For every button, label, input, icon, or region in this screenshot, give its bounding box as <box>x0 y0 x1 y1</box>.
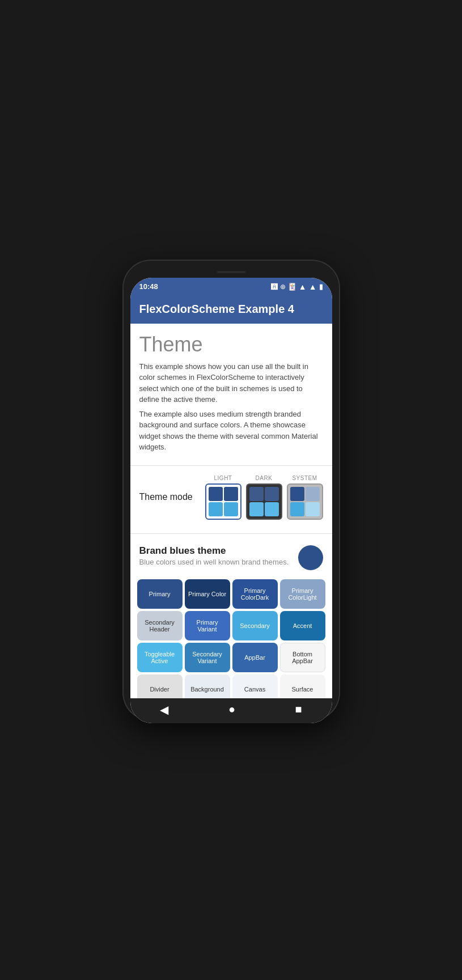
theme-description-2: The example also uses medium strength br… <box>139 409 323 453</box>
sys-cell-3 <box>290 502 304 516</box>
chip-bottom-appbar[interactable]: Bottom AppBar <box>280 643 325 672</box>
phone-screen: 10:48 🅰 ⊕ 🃏 ▲ ▲ ▮ FlexColorScheme Exampl… <box>130 278 332 723</box>
chip-background[interactable]: Background <box>185 674 230 698</box>
recents-nav-icon[interactable]: ■ <box>295 703 302 716</box>
wifi-icon: ▲ <box>299 282 307 291</box>
brand-circle[interactable] <box>298 545 323 570</box>
notification-icon-1: 🅰 <box>271 283 278 291</box>
sys-cell-1 <box>290 487 304 501</box>
status-icons: 🅰 ⊕ 🃏 ▲ ▲ ▮ <box>271 282 323 291</box>
brand-subtitle: Blue colors used in well known brand the… <box>139 558 289 566</box>
brand-section: Brand blues theme Blue colors used in we… <box>130 538 332 577</box>
light-cell-4 <box>224 502 238 516</box>
chip-secondary[interactable]: Secondary <box>232 611 278 640</box>
theme-mode-options: LIGHT DARK <box>205 475 323 520</box>
dark-cell-4 <box>265 502 279 516</box>
home-nav-icon[interactable]: ● <box>228 703 235 716</box>
light-cell-3 <box>209 502 223 516</box>
dark-label: DARK <box>256 475 273 481</box>
back-nav-icon[interactable]: ◀ <box>160 703 168 716</box>
divider-1 <box>130 465 332 466</box>
chip-primary-color[interactable]: Primary Color <box>185 579 230 609</box>
speaker-bar <box>217 271 245 273</box>
light-label: LIGHT <box>214 475 232 481</box>
chip-surface[interactable]: Surface <box>280 674 325 698</box>
light-cell-2 <box>224 487 238 501</box>
theme-option-system[interactable]: SYSTEM <box>287 475 323 520</box>
brand-text: Brand blues theme Blue colors used in we… <box>139 545 289 566</box>
theme-mode-row: Theme mode LIGHT <box>139 475 323 520</box>
theme-description-1: This example shows how you can use all t… <box>139 361 323 405</box>
theme-intro-section: Theme This example shows how you can use… <box>130 324 332 461</box>
dark-cell-1 <box>249 487 264 501</box>
chip-canvas[interactable]: Canvas <box>232 674 278 698</box>
chip-divider[interactable]: Divider <box>137 674 183 698</box>
theme-mode-label: Theme mode <box>139 492 198 502</box>
chip-primary-color-dark[interactable]: Primary ColorDark <box>232 579 278 609</box>
sys-cell-4 <box>306 502 320 516</box>
battery-icon: ▮ <box>319 282 323 291</box>
notification-icon-3: 🃏 <box>288 283 296 291</box>
theme-title: Theme <box>139 333 323 357</box>
light-cell-1 <box>209 487 223 501</box>
app-bar-title: FlexColorScheme Example 4 <box>139 303 294 315</box>
scroll-content[interactable]: Theme This example shows how you can use… <box>130 324 332 698</box>
system-grid[interactable] <box>287 483 323 520</box>
color-grid: Primary Primary Color Primary ColorDark … <box>130 577 332 698</box>
chip-appbar[interactable]: AppBar <box>232 643 278 672</box>
dark-cell-2 <box>265 487 279 501</box>
nav-bar: ◀ ● ■ <box>130 698 332 723</box>
chip-primary[interactable]: Primary <box>137 579 183 609</box>
app-bar: FlexColorScheme Example 4 <box>130 295 332 324</box>
chip-accent[interactable]: Accent <box>280 611 325 640</box>
chip-primary-color-light[interactable]: Primary ColorLight <box>280 579 325 609</box>
chip-secondary-header[interactable]: Secondary Header <box>137 611 183 640</box>
chip-toggleable[interactable]: Toggleable Active <box>137 643 183 672</box>
dark-cell-3 <box>249 502 264 516</box>
chip-secondary-variant[interactable]: Secondary Variant <box>185 643 230 672</box>
theme-mode-section: Theme mode LIGHT <box>130 470 332 529</box>
notification-icon-2: ⊕ <box>280 283 286 291</box>
brand-row: Brand blues theme Blue colors used in we… <box>139 545 323 570</box>
theme-option-light[interactable]: LIGHT <box>205 475 241 520</box>
signal-icon: ▲ <box>309 282 317 291</box>
phone-frame: 10:48 🅰 ⊕ 🃏 ▲ ▲ ▮ FlexColorScheme Exampl… <box>124 261 339 720</box>
chip-primary-variant[interactable]: Primary Variant <box>185 611 230 640</box>
status-time: 10:48 <box>139 282 158 291</box>
theme-option-dark[interactable]: DARK <box>246 475 282 520</box>
light-grid[interactable] <box>205 483 241 520</box>
brand-title: Brand blues theme <box>139 545 289 557</box>
system-label: SYSTEM <box>292 475 317 481</box>
sys-cell-2 <box>306 487 320 501</box>
dark-grid[interactable] <box>246 483 282 520</box>
status-bar: 10:48 🅰 ⊕ 🃏 ▲ ▲ ▮ <box>130 278 332 295</box>
divider-2 <box>130 533 332 534</box>
